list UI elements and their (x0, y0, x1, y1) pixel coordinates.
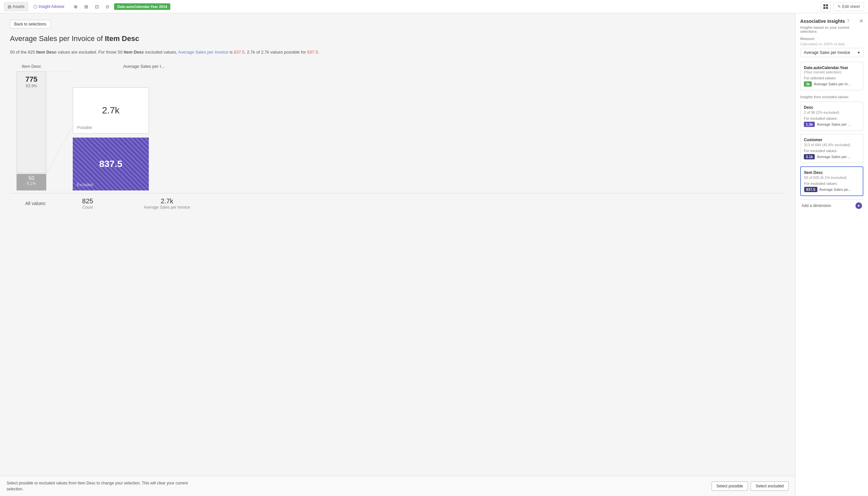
insight-tab[interactable]: ⬡ Insight Advisor (30, 2, 68, 11)
add-dimension-row[interactable]: Add a dimension + (800, 199, 863, 212)
page-title: Average Sales per Invoice of Item Desc (10, 34, 785, 43)
column-labels-row: Item Desc Average Sales per I... (10, 64, 785, 69)
back-to-selections-button[interactable]: Back to selections (10, 20, 51, 28)
grid-view-icon[interactable] (821, 2, 831, 12)
excluded-box: 837.5 Excluded (73, 138, 149, 190)
chevron-down-icon: ▾ (858, 50, 860, 55)
svg-rect-1 (826, 4, 828, 6)
right-panel: Associative insights ? ✕ Insights based … (795, 13, 868, 496)
banner-buttons: Select possible Select excluded (712, 481, 789, 491)
insight-card-1[interactable]: Customer 313 of 684 (45.8% excluded) For… (800, 134, 863, 163)
all-avg-col: 2.7k Average Sales per Invoice (129, 197, 205, 210)
excluded-value: 837.5 (234, 50, 245, 55)
all-values-label: All values: (17, 201, 46, 206)
possible-box-label: Possible (77, 125, 92, 130)
card-1-measure: Average Sales per ... (817, 155, 851, 159)
all-count-label: Count (73, 205, 103, 210)
selected-measure-text: Average Sales per In... (814, 82, 851, 86)
all-avg-label: Average Sales per Invoice (129, 205, 205, 210)
all-count-value: 825 (73, 197, 103, 205)
measure-value: Average Sales per Invoice (804, 50, 850, 55)
assets-tab[interactable]: ▤ Assets (4, 2, 28, 11)
close-button[interactable]: ✕ (859, 18, 863, 24)
measure-link[interactable]: Average Sales per Invoice (178, 50, 229, 55)
excluded-count: 50 (17, 175, 46, 181)
current-selection-card: Date.autoCalendar.Year (Your current sel… (800, 62, 863, 90)
card-0-measure: Average Sales per ... (817, 122, 851, 126)
card-2-title: Item Desc (804, 170, 859, 175)
desc-field: Item Desc (36, 50, 57, 55)
possible-box: 2.7k Possible (73, 87, 149, 134)
card-2-badge: 837.5 (804, 187, 817, 192)
pencil-icon: ✎ (838, 4, 841, 9)
measure-sublabel: Calculated on 100% of data (800, 42, 863, 46)
top-bar: ▤ Assets ⬡ Insight Advisor ⊕ ⊞ ⊡ ⊙ Date.… (0, 0, 868, 13)
card-0-title: Desc (804, 105, 860, 110)
edit-sheet-button[interactable]: ✎ Edit sheet (833, 2, 864, 11)
insights-excluded-label: Insights from excluded values: (800, 95, 863, 99)
selection-pill[interactable]: Date.autoCalendar.Year 2014 (114, 3, 170, 10)
desc-field2: Item Desc (124, 50, 144, 55)
help-icon[interactable]: ? (847, 19, 849, 24)
zoom-fit-icon[interactable]: ⊕ (71, 2, 80, 11)
all-avg-value: 2.7k (129, 197, 205, 205)
top-bar-right: ✎ Edit sheet (821, 2, 864, 12)
description-text: 50 of the 825 Item Desc values are exclu… (10, 49, 785, 56)
excluded-pct: 6.1% (17, 181, 46, 186)
add-dimension-label: Add a dimension (802, 203, 831, 208)
possible-value: 837.5 (307, 50, 318, 55)
selection-mode-icon[interactable]: ⊙ (103, 2, 112, 11)
edit-sheet-label: Edit sheet (842, 4, 860, 9)
excluded-box-value: 837.5 (99, 159, 122, 169)
insight-card-2[interactable]: Item Desc 50 of 825 (6.1% excluded) For … (800, 166, 863, 196)
for-selected-label: For selected values: (804, 76, 860, 80)
cs-title: Date.autoCalendar.Year (804, 65, 860, 70)
bar-chart: 775 93.9% 50 6.1% (17, 72, 46, 190)
all-values-row: All values: 825 Count 2.7k Average Sales… (10, 193, 785, 210)
insight-label: Insight Advisor (39, 4, 64, 9)
selected-value-row: 3k Average Sales per In... (804, 81, 860, 87)
all-count-col: 825 Count (73, 197, 103, 210)
content-area: Back to selections Average Sales per Inv… (0, 13, 795, 496)
assets-icon: ▤ (7, 4, 11, 9)
svg-rect-2 (823, 7, 825, 9)
value-boxes: 2.7k Possible 837.5 Excluded (73, 87, 149, 190)
desc-count: 50 (10, 50, 15, 55)
bottom-banner: Select possible or excluded values from … (0, 476, 795, 496)
desc-total: 825 (28, 50, 35, 55)
col-spacer (66, 64, 86, 69)
select-possible-button[interactable]: Select possible (712, 481, 748, 491)
possible-box-value: 2.7k (102, 105, 120, 116)
measure-dropdown[interactable]: Average Sales per Invoice ▾ (800, 48, 863, 57)
select-excluded-button[interactable]: Select excluded (750, 481, 789, 491)
bar-excluded: 50 6.1% (17, 174, 46, 190)
banner-message: Select possible or excluded values from … (6, 481, 188, 491)
connector-lines (46, 72, 73, 190)
chart-wrapper: 775 93.9% 50 6.1% (10, 72, 785, 190)
top-bar-left: ▤ Assets ⬡ Insight Advisor ⊕ ⊞ ⊡ ⊙ Date.… (4, 2, 170, 11)
card-1-sub: 313 of 684 (45.8% excluded) (804, 143, 860, 147)
desc-excluded: 50 (118, 50, 122, 55)
selected-badge: 3k (804, 81, 812, 87)
zoom-in-icon[interactable]: ⊡ (92, 2, 102, 11)
card-2-excl-label: For excluded values: (804, 182, 859, 186)
svg-rect-3 (826, 7, 828, 9)
desc-range: 2.7k of 2.7k (247, 50, 269, 55)
title-connector: of (95, 34, 105, 43)
banner-text: Select possible or excluded values from … (6, 480, 205, 492)
svg-rect-0 (823, 4, 825, 6)
assets-label: Assets (13, 4, 25, 9)
card-1-title: Customer (804, 138, 860, 142)
card-0-sub: 2 of 98 (2% excluded) (804, 110, 860, 114)
insight-card-0[interactable]: Desc 2 of 98 (2% excluded) For excluded … (800, 102, 863, 130)
zoom-out-icon[interactable]: ⊞ (82, 2, 91, 11)
card-0-bar: 1.3k Average Sales per ... (804, 122, 860, 127)
card-0-excl-label: For excluded values: (804, 117, 860, 120)
card-2-measure: Average Sales pe... (819, 187, 851, 191)
add-dimension-icon[interactable]: + (855, 202, 862, 209)
card-2-sub: 50 of 825 (6.1% excluded) (804, 175, 859, 180)
card-2-bar: 837.5 Average Sales pe... (804, 187, 859, 192)
col-label-item-desc: Item Desc (17, 64, 46, 69)
svg-line-5 (46, 126, 73, 173)
card-1-bar: 3.1k Average Sales per ... (804, 154, 860, 159)
